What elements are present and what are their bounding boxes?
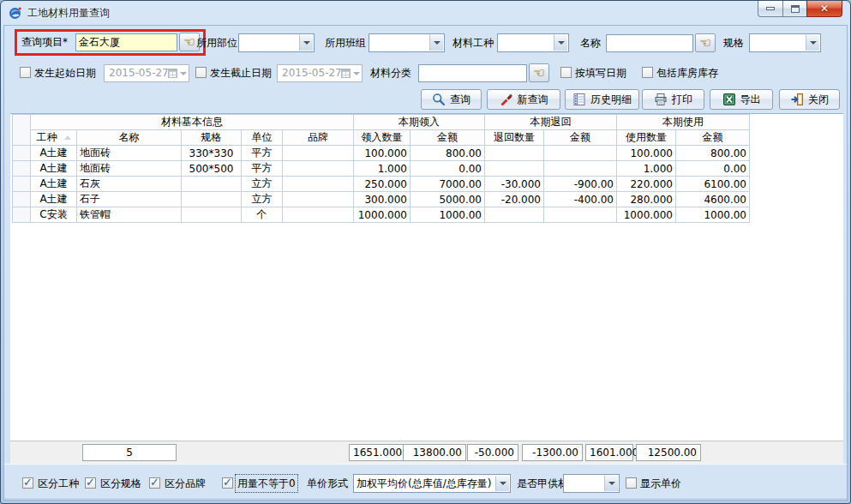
- material-category-picker-button[interactable]: ☜: [529, 63, 549, 82]
- spec-label: 规格: [723, 33, 744, 52]
- by-fill-date-checkbox[interactable]: [560, 67, 572, 78]
- table-row[interactable]: A土建石灰 立方 250.000 7000.00-30.000 -900.002…: [13, 177, 750, 192]
- show-price-label: 显示单价: [640, 475, 681, 492]
- spec-select[interactable]: [749, 33, 821, 52]
- app-window: 工地材料用量查询 ✕ 查询项目* ☜ 所用部位 所用班组 材料工种 名称: [0, 0, 851, 504]
- table-row[interactable]: A土建石子 立方 300.000 5000.00-20.000 -400.002…: [13, 192, 750, 207]
- material-trade-label: 材料工种: [452, 33, 494, 52]
- chevron-down-icon: [180, 72, 187, 75]
- chevron-down-icon[interactable]: [604, 476, 618, 491]
- show-price-checkbox[interactable]: [626, 477, 637, 489]
- group-returned: 本期退回: [485, 115, 617, 130]
- end-date-checkbox[interactable]: [195, 67, 207, 78]
- start-date-field[interactable]: 2015-05-27: [104, 64, 189, 82]
- window-title: 工地材料用量查询: [27, 6, 110, 21]
- nonzero-usage-checkbox[interactable]: [222, 477, 233, 489]
- form-body: 查询项目* ☜ 所用部位 所用班组 材料工种 名称 ☜ 规格 发生起始日期: [3, 25, 848, 501]
- print-button[interactable]: 打印: [642, 89, 704, 110]
- col-ret-qty[interactable]: 退回数量: [485, 130, 544, 146]
- exit-door-icon: [790, 93, 804, 106]
- summary-row-count: 5: [82, 444, 177, 461]
- col-recv-amt[interactable]: 金额: [411, 130, 485, 146]
- used-team-select[interactable]: [369, 33, 445, 52]
- split-brand-checkbox[interactable]: [149, 477, 160, 489]
- start-date-checkbox[interactable]: [20, 67, 31, 78]
- history-list-icon: [572, 93, 586, 106]
- col-ret-amt[interactable]: 金额: [544, 130, 617, 146]
- chevron-down-icon[interactable]: [429, 35, 443, 51]
- split-trade-label: 区分工种: [38, 475, 79, 492]
- chevron-down-icon: [353, 72, 360, 75]
- col-use-qty[interactable]: 使用数量: [617, 130, 676, 146]
- col-spec[interactable]: 规格: [182, 130, 242, 146]
- chevron-down-icon[interactable]: [806, 35, 819, 51]
- minimize-button[interactable]: [758, 1, 783, 17]
- owner-supplied-select[interactable]: [563, 474, 620, 493]
- col-name[interactable]: 名称: [77, 130, 182, 146]
- summary-used-qty: 1601.000: [585, 444, 633, 461]
- used-team-label: 所用班组: [325, 33, 366, 52]
- materials-grid: 材料基本信息 本期领入 本期退回 本期使用 工种 名称 规格 单位 品牌 领入数…: [12, 114, 750, 223]
- column-header-row: 工种 名称 规格 单位 品牌 领入数量 金额 退回数量 金额 使用数量 金额: [13, 130, 750, 146]
- material-name-label: 名称: [580, 33, 601, 52]
- table-row[interactable]: A土建地面砖 330*330平方 100.000 800.00 100.000 …: [13, 146, 750, 161]
- calendar-icon: [341, 69, 351, 78]
- close-button[interactable]: ✕: [806, 1, 842, 17]
- group-used: 本期使用: [617, 115, 750, 130]
- maximize-button[interactable]: [782, 1, 807, 17]
- printer-icon: [654, 93, 668, 106]
- price-mode-label: 单价形式: [307, 475, 348, 492]
- col-unit[interactable]: 单位: [242, 130, 283, 146]
- new-query-button[interactable]: 新查询: [487, 89, 560, 110]
- col-recv-qty[interactable]: 领入数量: [354, 130, 411, 146]
- split-brand-label: 区分品牌: [165, 475, 206, 492]
- end-date-label: 发生截止日期: [210, 63, 272, 82]
- chevron-down-icon[interactable]: [495, 476, 509, 491]
- query-button[interactable]: 查询: [421, 89, 482, 110]
- material-trade-select[interactable]: [497, 33, 569, 52]
- split-trade-checkbox[interactable]: [22, 477, 33, 489]
- chevron-down-icon[interactable]: [554, 35, 567, 51]
- query-project-label: 查询项目*: [21, 33, 68, 51]
- close-form-button[interactable]: 关闭: [779, 89, 840, 110]
- col-trade[interactable]: 工种: [31, 130, 77, 146]
- nonzero-usage-label: 用量不等于0: [236, 475, 297, 492]
- material-name-picker-button[interactable]: ☜: [695, 33, 716, 52]
- history-detail-button[interactable]: 历史明细: [565, 89, 639, 110]
- brush-icon: [500, 93, 513, 106]
- col-use-amt[interactable]: 金额: [676, 130, 750, 146]
- summary-returned-amt: -1300.00: [522, 444, 583, 461]
- table-row[interactable]: A土建地面砖 500*500平方 1.000 0.00 1.000 0.00: [13, 161, 750, 177]
- table-row[interactable]: C安装铁管帽 个 1000.000 1000.00 1000.000 1000.…: [13, 207, 750, 223]
- split-spec-checkbox[interactable]: [85, 477, 96, 489]
- start-date-label: 发生起始日期: [34, 63, 96, 82]
- summary-received-qty: 1651.000: [349, 444, 405, 461]
- include-stock-label: 包括库房库存: [656, 63, 718, 82]
- app-icon: [9, 6, 22, 20]
- group-received: 本期领入: [354, 115, 485, 130]
- summary-returned-qty: -50.000: [467, 444, 518, 461]
- include-stock-checkbox[interactable]: [642, 67, 653, 78]
- owner-supplied-label: 是否甲供材: [517, 475, 568, 492]
- summary-received-amt: 13800.00: [403, 444, 466, 461]
- end-date-field[interactable]: 2015-05-27: [277, 64, 363, 82]
- options-bar: 区分工种 区分规格 区分品牌 用量不等于0 单价形式 加权平均价(总库值/总库存…: [4, 464, 847, 500]
- titlebar: 工地材料用量查询 ✕: [1, 1, 850, 25]
- price-mode-select[interactable]: 加权平均价(总库值/总库存量): [353, 474, 511, 493]
- query-project-highlight: 查询项目* ☜: [15, 29, 206, 56]
- hand-picker-icon: ☜: [183, 36, 195, 49]
- sort-asc-icon: [64, 135, 71, 140]
- calendar-icon: [168, 69, 177, 78]
- row-selector-header: [13, 115, 31, 146]
- search-icon: [432, 93, 446, 106]
- used-part-select[interactable]: [238, 33, 315, 52]
- split-spec-label: 区分规格: [100, 475, 141, 492]
- chevron-down-icon[interactable]: [299, 35, 313, 51]
- results-grid-area: 材料基本信息 本期领入 本期退回 本期使用 工种 名称 规格 单位 品牌 领入数…: [10, 113, 843, 441]
- export-button[interactable]: 导出: [710, 89, 773, 110]
- material-category-input[interactable]: [418, 64, 527, 82]
- group-header-row: 材料基本信息 本期领入 本期退回 本期使用: [13, 115, 750, 130]
- col-brand[interactable]: 品牌: [283, 130, 354, 146]
- material-name-input[interactable]: [606, 34, 693, 52]
- query-project-input[interactable]: [75, 33, 177, 51]
